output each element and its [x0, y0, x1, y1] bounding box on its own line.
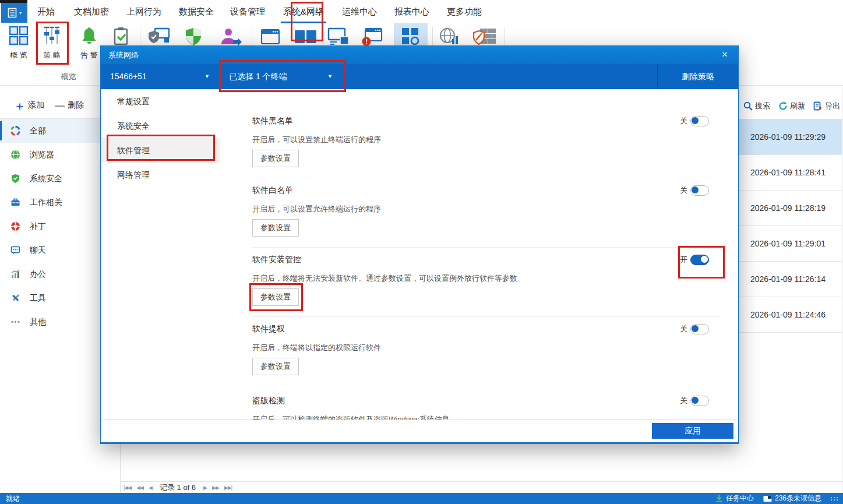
pager-first-button[interactable]: |◀◀ — [124, 485, 131, 491]
firewall-shield-icon[interactable] — [473, 26, 498, 47]
toggle-state-label: 关 — [680, 396, 687, 406]
dialog-selector-bar: 15466+51 ▼ 已选择 1 个终端 ▼ 删除策略 — [101, 64, 738, 89]
user-policy-icon[interactable] — [219, 26, 242, 47]
record-row[interactable]: 2026-01-09 11:26:14 — [739, 262, 842, 297]
menu-item-doc-encrypt[interactable]: 文档加密 — [72, 0, 111, 22]
dialog-title-bar: 系统网络 × — [101, 46, 738, 64]
refresh-label: 刷新 — [790, 101, 805, 111]
sidebar-item-label: 全部 — [30, 126, 46, 136]
nav-item-software-management[interactable]: 软件管理 — [101, 138, 220, 163]
message-icon — [763, 495, 772, 502]
add-category-button[interactable]: ＋ 添加 — [14, 100, 44, 111]
parameter-settings-button[interactable]: 参数设置 — [252, 219, 299, 237]
pager-next-group-button[interactable]: ▶▶ — [212, 485, 219, 491]
pager-next-button[interactable]: ▶ — [203, 485, 207, 491]
pager-prev-button[interactable]: ◀ — [149, 485, 152, 491]
alarm-bell-icon — [79, 25, 100, 46]
remove-label: 删除 — [68, 100, 84, 111]
system-network-dialog: 系统网络 × 15466+51 ▼ 已选择 1 个终端 ▼ 删除策略 常规设置 … — [100, 45, 739, 444]
parameter-settings-button[interactable]: 参数设置 — [252, 288, 299, 306]
parameter-settings-button[interactable]: 参数设置 — [252, 150, 299, 167]
record-row[interactable]: 2026-01-09 11:28:41 — [739, 155, 842, 191]
dialog-title: 系统网络 — [108, 51, 139, 59]
menu-item-system-network[interactable]: 系统&网络 — [281, 0, 326, 23]
audit-clipboard-icon[interactable] — [111, 26, 132, 47]
refresh-button[interactable]: 刷新 — [778, 101, 805, 111]
record-row[interactable]: 2026-01-09 11:28:19 — [739, 191, 842, 226]
network-stats-icon[interactable] — [438, 26, 461, 47]
overview-button[interactable]: 概 览 — [3, 25, 34, 61]
menu-item-web-behavior[interactable]: 上网行为 — [125, 0, 163, 22]
security-shield-icon — [10, 174, 20, 184]
unread-messages-button[interactable]: 236条未读信息 — [763, 494, 821, 503]
apply-button[interactable]: 应用 — [652, 423, 733, 439]
ribbon-separator — [252, 27, 252, 48]
remove-category-button[interactable]: — 删除 — [55, 100, 84, 111]
nav-item-general-settings[interactable]: 常规设置 — [101, 89, 220, 114]
piracy-detection-toggle[interactable]: 关 — [680, 396, 709, 406]
resize-grip[interactable] — [831, 497, 838, 501]
software-whitelist-toggle[interactable]: 关 — [680, 185, 709, 196]
menu-item-report-center[interactable]: 报表中心 — [393, 0, 431, 22]
menu-item-ops-center[interactable]: 运维中心 — [340, 0, 379, 22]
nav-item-network-management[interactable]: 网络管理 — [101, 163, 220, 187]
toggle-state-label: 关 — [680, 324, 687, 334]
sidebar-item-label: 办公 — [30, 269, 46, 280]
toggle-state-label: 关 — [680, 116, 687, 126]
sidebar-item-label: 浏览器 — [30, 150, 54, 160]
policy-button-label: 策 略 — [36, 50, 68, 61]
menu-item-more-features[interactable]: 更多功能 — [445, 0, 484, 22]
sidebar-item-label: 补丁 — [30, 221, 46, 232]
search-label: 搜索 — [755, 101, 770, 111]
ribbon-separator — [140, 27, 140, 48]
window-icon[interactable] — [260, 26, 281, 47]
record-row[interactable]: 2026-01-09 11:29:01 — [739, 226, 842, 262]
chevron-down-icon: ▼ — [327, 64, 333, 89]
toggle-switch-icon — [690, 185, 709, 196]
export-button[interactable]: 导出 — [813, 101, 840, 111]
menu-item-data-security[interactable]: 数据安全 — [177, 0, 216, 22]
export-label: 导出 — [825, 101, 840, 111]
overview-button-label: 概 览 — [3, 50, 34, 61]
protection-shield-icon[interactable] — [183, 26, 204, 47]
setting-row-software-elevation: 软件提权 关 开启后，终端将以指定的权限运行软件 参数设置 — [252, 319, 719, 386]
setting-title: 软件提权 — [252, 324, 285, 334]
parameter-settings-button[interactable]: 参数设置 — [252, 358, 299, 375]
menu-item-start[interactable]: 开始 — [33, 0, 59, 22]
alert-window-icon[interactable] — [360, 26, 385, 47]
record-toolbar: 搜索 刷新 导出 — [743, 98, 839, 114]
chat-bubble-icon — [10, 245, 20, 255]
bar-chart-icon — [10, 269, 20, 279]
dialog-content: 软件黑名单 关 开启后，可以设置禁止终端运行的程序 参数设置 软件白名单 关 开… — [220, 89, 738, 442]
chevron-down-icon: ▼ — [204, 64, 210, 89]
shield-monitor-icon[interactable] — [147, 26, 170, 47]
policy-button[interactable]: 策 略 — [36, 25, 68, 61]
delete-policy-button[interactable]: 删除策略 — [657, 64, 738, 89]
pager-prev-group-button[interactable]: ◀◀ — [136, 485, 143, 491]
ribbon-group-label: 概览 — [41, 72, 96, 82]
system-network-tool-icon[interactable] — [400, 26, 421, 47]
close-icon[interactable]: × — [718, 46, 731, 64]
software-blacklist-toggle[interactable]: 关 — [680, 116, 709, 126]
record-row[interactable]: 2026-01-09 11:24:46 — [739, 297, 842, 333]
record-row[interactable]: 2026-01-09 11:29:29 — [739, 119, 842, 155]
software-elevation-toggle[interactable]: 关 — [680, 324, 709, 334]
sidebar-item-label: 工具 — [30, 293, 46, 304]
refresh-icon — [778, 101, 788, 111]
menu-bar: ▾ 开始 文档加密 上网行为 数据安全 设备管理 系统&网络 运维中心 报表中心… — [0, 0, 843, 23]
pager-last-button[interactable]: ▶▶| — [224, 485, 232, 491]
task-center-button[interactable]: 任务中心 — [715, 494, 754, 503]
system-blocks-icon[interactable] — [293, 26, 318, 47]
policy-dropdown[interactable]: 15466+51 ▼ — [101, 64, 220, 89]
menu-item-device-mgmt[interactable]: 设备管理 — [228, 0, 267, 22]
setting-description: 开启后，终端将无法安装新软件。通过参数设置，可以设置例外放行软件等参数 — [252, 273, 517, 284]
nav-item-system-security[interactable]: 系统安全 — [101, 114, 220, 138]
sidebar-item-label: 系统安全 — [30, 174, 62, 184]
toggle-switch-icon — [690, 255, 709, 265]
pager-record-label: 记录 1 of 6 — [160, 482, 196, 493]
terminal-dropdown[interactable]: 已选择 1 个终端 ▼ — [220, 64, 342, 89]
install-control-toggle[interactable]: 开 — [680, 255, 709, 265]
remote-desktop-icon[interactable] — [326, 26, 351, 47]
app-menu-button[interactable]: ▾ — [1, 3, 27, 23]
search-button[interactable]: 搜索 — [743, 101, 770, 111]
